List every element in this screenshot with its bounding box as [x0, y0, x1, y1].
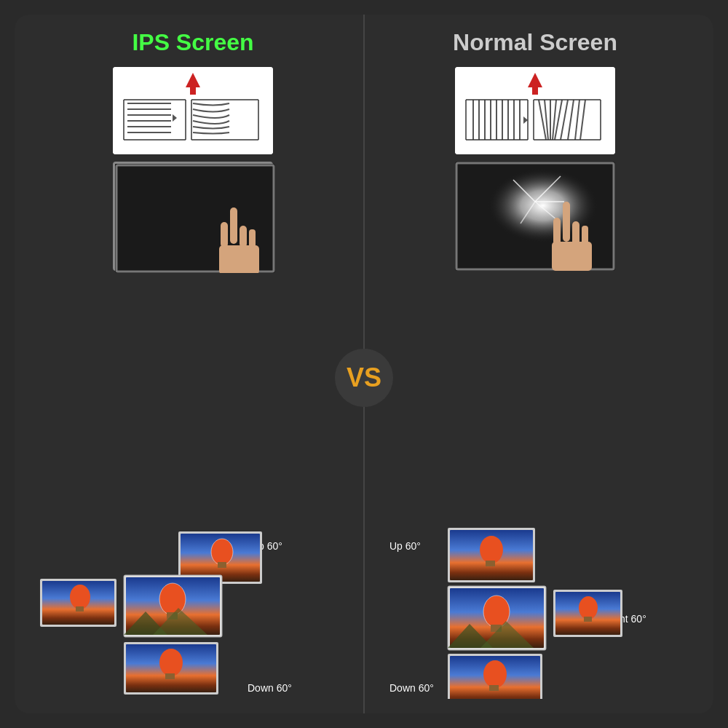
ips-diagram-box [113, 67, 273, 154]
ips-monitor-svg [115, 164, 275, 273]
svg-rect-76 [218, 562, 226, 568]
main-container: IPS Screen [15, 15, 713, 713]
svg-rect-64 [553, 218, 561, 245]
svg-point-108 [579, 596, 598, 620]
svg-rect-27 [532, 87, 538, 95]
svg-rect-113 [489, 685, 499, 691]
ips-panel: IPS Screen [29, 29, 357, 517]
normal-diagram-svg [455, 67, 615, 154]
svg-rect-21 [221, 222, 228, 248]
svg-rect-80 [76, 606, 84, 612]
normal-title: Normal Screen [453, 29, 617, 56]
ips-monitor-demo [113, 162, 273, 271]
ips-angles-svg: Left 60° Up 60° Down 60° [40, 524, 346, 699]
svg-rect-91 [165, 673, 175, 679]
svg-point-112 [483, 660, 507, 688]
svg-rect-22 [240, 226, 247, 248]
svg-text:Up 60°: Up 60° [389, 540, 421, 552]
vs-text: VS [347, 363, 381, 393]
svg-rect-24 [219, 245, 259, 273]
ips-viewing-angles: Left 60° Up 60° Down 60° [29, 524, 357, 699]
normal-panel: Normal Screen [371, 29, 699, 517]
normal-angles-svg: Up 60° Right 60° Down 60° [382, 524, 688, 699]
svg-rect-63 [563, 202, 570, 242]
svg-text:Down 60°: Down 60° [248, 682, 292, 694]
normal-diagram-box [455, 67, 615, 154]
normal-viewing-angles: Up 60° Right 60° Down 60° [371, 524, 699, 699]
vs-circle: VS [335, 349, 393, 407]
svg-rect-67 [552, 242, 592, 271]
svg-point-79 [70, 585, 90, 609]
normal-monitor-demo [455, 162, 615, 271]
ips-title: IPS Screen [132, 29, 253, 56]
svg-point-90 [159, 649, 183, 676]
svg-text:Down 60°: Down 60° [389, 682, 434, 694]
normal-monitor-svg [455, 162, 615, 271]
svg-rect-20 [230, 207, 237, 244]
svg-rect-109 [584, 617, 592, 622]
svg-point-97 [480, 536, 503, 563]
svg-rect-2 [190, 87, 196, 95]
ips-diagram-svg [113, 67, 273, 154]
svg-rect-98 [486, 561, 495, 566]
